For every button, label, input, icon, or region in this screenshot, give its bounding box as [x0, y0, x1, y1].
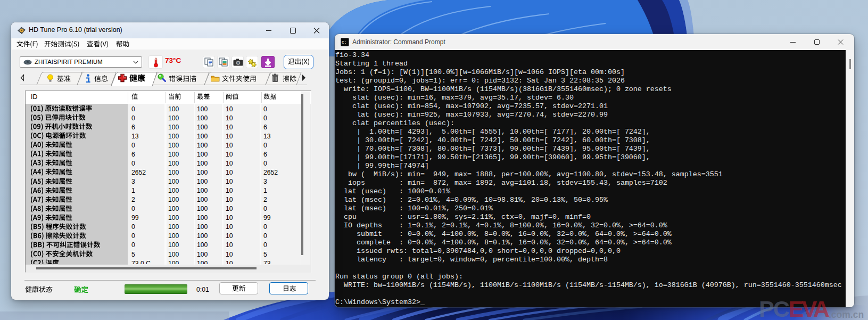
svg-text:C:: C:	[342, 40, 347, 45]
